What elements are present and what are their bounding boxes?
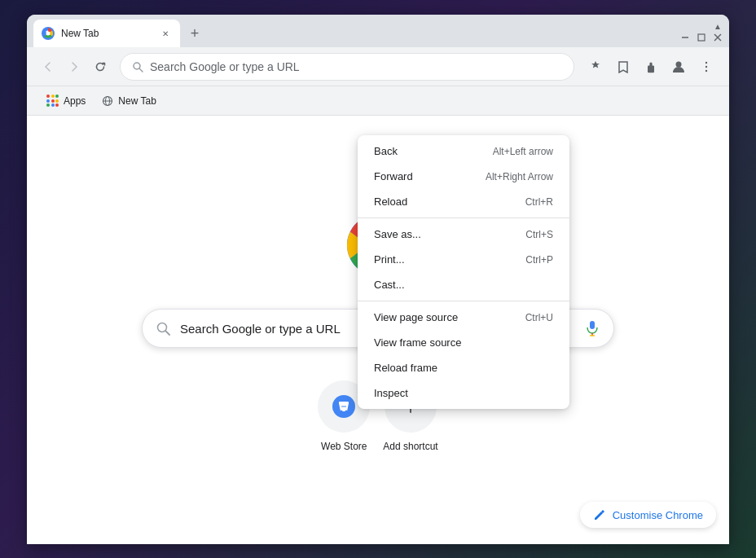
maximize-button[interactable] <box>697 33 706 42</box>
new-tab-button[interactable]: + <box>183 22 206 45</box>
customise-chrome-button[interactable]: Customise Chrome <box>580 502 716 528</box>
forward-button[interactable] <box>63 55 86 78</box>
tab-favicon <box>42 27 55 40</box>
toolbar-actions <box>582 54 719 80</box>
extension-button[interactable] <box>638 54 664 80</box>
pencil-icon <box>593 508 606 521</box>
toolbar: Search Google or type a URL <box>27 47 729 86</box>
reload-button[interactable] <box>89 55 112 78</box>
svg-rect-18 <box>590 321 595 329</box>
menu-separator-2 <box>358 301 569 301</box>
svg-point-9 <box>676 61 682 67</box>
context-menu-forward[interactable]: Forward Alt+Right Arrow <box>358 164 569 189</box>
menu-separator-1 <box>358 217 569 218</box>
webstore-label: Web Store <box>321 441 367 452</box>
svg-line-8 <box>139 68 143 72</box>
context-menu-reload[interactable]: Reload Ctrl+R <box>358 189 569 214</box>
address-text: Search Google or type a URL <box>150 60 562 73</box>
svg-point-2 <box>46 32 51 36</box>
context-menu: Back Alt+Left arrow Forward Alt+Right Ar… <box>358 135 569 409</box>
context-menu-view-frame-source[interactable]: View frame source <box>358 330 569 355</box>
new-tab-label: New Tab <box>118 95 156 107</box>
minimize-button[interactable] <box>680 33 690 42</box>
context-menu-reload-frame[interactable]: Reload frame <box>358 355 569 380</box>
context-menu-inspect[interactable]: Inspect <box>358 380 569 406</box>
new-tab-bookmark[interactable]: New Tab <box>95 92 162 110</box>
page-search-icon <box>156 321 170 336</box>
browser-window: New Tab ✕ + <box>27 15 729 544</box>
globe-icon <box>102 95 113 107</box>
address-search-icon <box>132 61 143 72</box>
svg-rect-22 <box>339 402 349 404</box>
svg-point-23 <box>341 411 343 413</box>
bookmarks-bar: Apps New Tab ▲ <box>27 86 729 116</box>
menu-button[interactable] <box>693 54 719 80</box>
profile-button[interactable] <box>666 54 692 80</box>
add-shortcut-label: Add shortcut <box>383 441 437 452</box>
back-button[interactable] <box>37 55 59 78</box>
bookmarks-collapse[interactable]: ▲ <box>706 15 729 37</box>
tab-title: New Tab <box>61 28 152 39</box>
mic-icon[interactable] <box>584 320 600 336</box>
apps-label: Apps <box>64 95 86 107</box>
context-menu-save-as[interactable]: Save as... Ctrl+S <box>358 222 569 247</box>
active-tab[interactable]: New Tab ✕ <box>33 20 180 47</box>
apps-grid-icon <box>46 94 59 107</box>
svg-rect-4 <box>698 34 705 41</box>
svg-point-11 <box>705 65 707 67</box>
svg-line-17 <box>165 331 169 335</box>
customise-label: Customise Chrome <box>613 509 703 521</box>
apps-bookmark[interactable]: Apps <box>40 91 92 110</box>
bookmark-button[interactable] <box>610 54 636 80</box>
context-menu-back[interactable]: Back Alt+Left arrow <box>358 138 569 164</box>
context-menu-view-source[interactable]: View page source Ctrl+U <box>358 305 569 330</box>
context-menu-cast[interactable]: Cast... <box>358 272 569 297</box>
send-to-device-button[interactable] <box>582 54 609 80</box>
browser-background: New Tab ✕ + <box>0 0 756 558</box>
tab-close-button[interactable]: ✕ <box>159 27 172 40</box>
svg-point-10 <box>705 61 707 63</box>
title-bar: New Tab ✕ + <box>27 15 729 47</box>
svg-point-12 <box>705 69 707 71</box>
address-bar[interactable]: Search Google or type a URL <box>120 53 574 81</box>
tab-strip: New Tab ✕ + <box>33 20 680 47</box>
svg-point-24 <box>345 411 348 413</box>
context-menu-print[interactable]: Print... Ctrl+P <box>358 247 569 272</box>
